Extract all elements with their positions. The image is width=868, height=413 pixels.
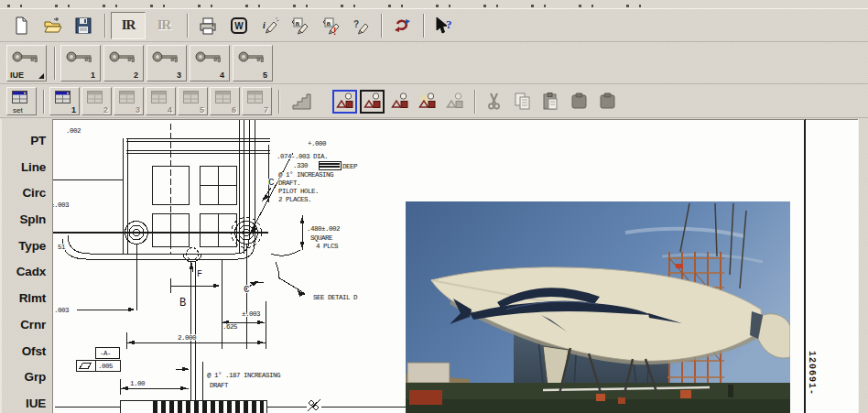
markup-shapes-framed-button[interactable] <box>360 90 385 114</box>
save-floppy-icon <box>73 16 93 36</box>
context-help-icon: ? <box>433 16 455 36</box>
sidebar-item-circ[interactable]: Circ <box>2 186 52 200</box>
toolbar-separator <box>423 14 425 38</box>
drawing-label: C <box>268 177 275 188</box>
open-folder-icon <box>42 16 62 36</box>
drawing-label: @ 1° .187 INCREASING <box>207 372 281 379</box>
drawing-label: +.000 <box>308 140 327 147</box>
drawing-label: ±.003 <box>242 310 261 318</box>
sidebar-item-pt[interactable]: PT <box>2 134 52 147</box>
w-window-button[interactable]: W <box>224 12 254 39</box>
drawing-label: 2 PLACES. <box>278 196 311 203</box>
open-button[interactable] <box>38 12 67 39</box>
shapes-disabled-icon <box>445 92 464 111</box>
window-6-button[interactable]: 6 <box>210 87 240 115</box>
key-5-button[interactable]: 5 <box>233 45 273 82</box>
sidebar-item-rlmt[interactable]: Rlmt <box>2 291 52 305</box>
annotate-fetch-alert-button[interactable]: a! <box>318 12 347 39</box>
sidebar-item-grp[interactable]: Grp <box>2 370 52 384</box>
toolbar-separator <box>278 90 280 114</box>
annotate-info-button[interactable]: i <box>255 12 285 39</box>
markup-shapes-all-button[interactable] <box>332 90 357 114</box>
svg-text:a: a <box>296 18 300 27</box>
window-icon <box>12 91 28 106</box>
ir-letters-icon: IR <box>122 17 136 33</box>
paste-link-button[interactable] <box>594 89 620 114</box>
sidebar-item-type[interactable]: Type <box>2 239 52 253</box>
key-2-button[interactable]: 2 <box>103 45 144 82</box>
toolbar-windows: set 1 2 3 4 5 6 7 <box>0 85 868 118</box>
sidebar-item-iue[interactable]: IUE <box>2 397 52 410</box>
red-truck <box>409 390 442 405</box>
sidebar-item-spln[interactable]: Spln <box>2 212 52 226</box>
small-building <box>407 363 450 383</box>
toolbar-keys: IUE 1 2 3 4 5 <box>0 43 868 84</box>
drawing-label: ±.003 <box>53 201 70 209</box>
sidebar-item-crnr[interactable]: Crnr <box>2 318 52 331</box>
pencil-info-icon: i <box>260 16 280 36</box>
key-3-button[interactable]: 3 <box>146 45 187 82</box>
window-disabled-icon <box>87 91 103 106</box>
window-4-button[interactable]: 4 <box>146 87 176 115</box>
technical-drawing: .002±.00351.003BCCF+.000.074-.003 DIA..3… <box>53 120 424 413</box>
window-number-label: 2 <box>103 105 108 114</box>
paste-button[interactable] <box>537 89 563 114</box>
application-window: IR IR W i a a! ? ? <box>0 0 868 413</box>
ir-markup-on-button[interactable]: IR <box>111 12 146 39</box>
annotate-query-button[interactable]: ? <box>349 12 374 39</box>
drawing-label: PILOT HOLE. <box>278 188 319 195</box>
svg-text:!: ! <box>333 27 336 36</box>
svg-text:W: W <box>234 21 244 31</box>
copy-button[interactable] <box>509 89 535 114</box>
key-iue-button[interactable]: IUE <box>6 45 47 82</box>
print-button[interactable] <box>193 12 222 39</box>
menubar-clipped[interactable] <box>0 0 868 9</box>
drawing-label: .005 <box>98 363 114 370</box>
sidebar-item-ofst[interactable]: Ofst <box>2 344 52 358</box>
window-set-button[interactable]: set <box>6 87 37 115</box>
key-icon <box>109 49 138 66</box>
drawing-label: C <box>244 284 250 295</box>
shapes-sparkle-icon <box>418 92 437 111</box>
drawing-canvas[interactable]: .002±.00351.003BCCF+.000.074-.003 DIA..3… <box>52 119 858 413</box>
window-disabled-icon <box>215 91 232 106</box>
key-1-button[interactable]: 1 <box>60 45 101 82</box>
dimension-arrowheads <box>121 194 306 391</box>
key-4-button[interactable]: 4 <box>190 45 230 82</box>
ir-letters-disabled-icon: IR <box>157 17 171 33</box>
window-disabled-icon <box>151 91 168 106</box>
window-2-button[interactable]: 2 <box>81 87 112 115</box>
window-1-button[interactable]: 1 <box>49 87 80 115</box>
window-5-button[interactable]: 5 <box>178 87 208 115</box>
pencil-at-icon: a <box>291 16 311 36</box>
cascade-button[interactable] <box>285 88 318 115</box>
pencil-query-icon: ? <box>352 16 372 36</box>
drawing-label: 1.00 <box>130 380 146 387</box>
drawing-label: 2.000 <box>178 334 197 342</box>
copy-icon <box>513 92 532 111</box>
sidebar-item-line[interactable]: Line <box>2 160 52 174</box>
save-button[interactable] <box>69 12 98 39</box>
window-right-edge <box>858 119 868 413</box>
dropdown-corner-icon <box>38 73 44 79</box>
yacht-hull-photo <box>406 201 790 413</box>
annotate-fetch-button[interactable]: a <box>287 12 316 39</box>
key-number-label: 3 <box>177 71 181 80</box>
window-7-button[interactable]: 7 <box>242 87 272 115</box>
sidebar-item-cadx[interactable]: Cadx <box>2 265 52 278</box>
refresh-button[interactable] <box>387 12 417 39</box>
markup-shapes-new-button[interactable] <box>415 90 439 114</box>
markup-shapes-disabled-button[interactable] <box>442 90 467 114</box>
key-number-label: 4 <box>220 71 224 80</box>
window-3-button[interactable]: 3 <box>114 87 144 115</box>
drawing-label: -A- <box>100 350 111 357</box>
context-help-button[interactable]: ? <box>429 12 459 39</box>
markup-shapes-plain-button[interactable] <box>387 90 412 114</box>
cut-button[interactable] <box>481 89 506 114</box>
ir-markup-off-button[interactable]: IR <box>147 12 180 39</box>
paste-special-button[interactable] <box>566 89 591 114</box>
window-number-label: 3 <box>136 105 140 114</box>
window-number-label: 4 <box>168 105 172 114</box>
new-button[interactable] <box>6 12 36 39</box>
drawing-label: .625 <box>222 323 238 331</box>
